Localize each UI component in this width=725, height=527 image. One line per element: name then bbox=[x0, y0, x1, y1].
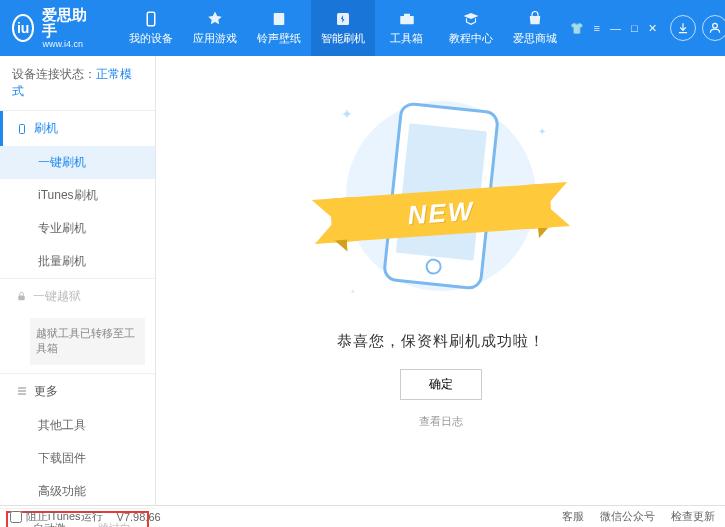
ok-button[interactable]: 确定 bbox=[400, 369, 482, 400]
section-more[interactable]: 更多 bbox=[0, 374, 155, 409]
sidebar-item-batch[interactable]: 批量刷机 bbox=[0, 245, 155, 278]
svg-rect-0 bbox=[147, 12, 155, 26]
svg-rect-6 bbox=[20, 124, 25, 133]
nav-flash[interactable]: 智能刷机 bbox=[311, 0, 375, 56]
apps-icon bbox=[205, 10, 225, 28]
update-link[interactable]: 检查更新 bbox=[671, 509, 715, 524]
nav-ringtones[interactable]: 铃声壁纸 bbox=[247, 0, 311, 56]
sidebar: 设备连接状态：正常模式 刷机 一键刷机 iTunes刷机 专业刷机 批量刷机 一… bbox=[0, 56, 156, 505]
app-url: www.i4.cn bbox=[42, 40, 88, 50]
svg-rect-7 bbox=[18, 296, 24, 301]
minimize-button[interactable]: — bbox=[607, 20, 624, 37]
top-nav: 我的设备 应用游戏 铃声壁纸 智能刷机 工具箱 教程中心 爱思商城 bbox=[119, 0, 567, 56]
nav-my-device[interactable]: 我的设备 bbox=[119, 0, 183, 56]
svg-rect-4 bbox=[404, 14, 410, 16]
main-content: ✦ ✦ + NEW 恭喜您，保资料刷机成功啦！ 确定 查看日志 bbox=[156, 56, 725, 505]
ribbon-text: NEW bbox=[406, 195, 475, 231]
sidebar-item-firmware[interactable]: 下载固件 bbox=[0, 442, 155, 475]
success-illustration: ✦ ✦ + NEW bbox=[356, 96, 526, 306]
logo-icon: iu bbox=[12, 14, 34, 42]
device-icon bbox=[141, 10, 161, 28]
toolbox-icon bbox=[397, 10, 417, 28]
menu-icon bbox=[16, 385, 28, 397]
wechat-link[interactable]: 微信公众号 bbox=[600, 509, 655, 524]
support-link[interactable]: 客服 bbox=[562, 509, 584, 524]
jailbreak-note: 越狱工具已转移至工具箱 bbox=[30, 318, 145, 365]
store-icon bbox=[525, 10, 545, 28]
phone-icon bbox=[16, 123, 28, 135]
sidebar-item-advanced[interactable]: 高级功能 bbox=[0, 475, 155, 508]
lock-icon bbox=[16, 291, 27, 302]
sidebar-item-other[interactable]: 其他工具 bbox=[0, 409, 155, 442]
device-status: 设备连接状态：正常模式 bbox=[0, 56, 155, 111]
flash-icon bbox=[333, 10, 353, 28]
window-controls: 👕 ≡ — □ ✕ bbox=[567, 20, 660, 37]
svg-rect-3 bbox=[400, 16, 414, 24]
block-itunes-checkbox[interactable]: 阻止iTunes运行 bbox=[10, 509, 103, 524]
nav-apps[interactable]: 应用游戏 bbox=[183, 0, 247, 56]
close-button[interactable]: ✕ bbox=[645, 20, 660, 37]
nav-toolbox[interactable]: 工具箱 bbox=[375, 0, 439, 56]
skin-button[interactable]: 👕 bbox=[567, 20, 587, 37]
nav-tutorials[interactable]: 教程中心 bbox=[439, 0, 503, 56]
menu-button[interactable]: ≡ bbox=[591, 20, 603, 37]
section-flash[interactable]: 刷机 bbox=[0, 111, 155, 146]
download-button[interactable] bbox=[670, 15, 696, 41]
tutorial-icon bbox=[461, 10, 481, 28]
svg-point-5 bbox=[712, 23, 717, 28]
maximize-button[interactable]: □ bbox=[628, 20, 641, 37]
success-message: 恭喜您，保资料刷机成功啦！ bbox=[337, 332, 545, 351]
section-jailbreak: 一键越狱 bbox=[0, 279, 155, 314]
ringtone-icon bbox=[269, 10, 289, 28]
svg-rect-1 bbox=[273, 13, 284, 25]
app-title: 爱思助手 bbox=[42, 7, 88, 40]
nav-store[interactable]: 爱思商城 bbox=[503, 0, 567, 56]
user-button[interactable] bbox=[702, 15, 725, 41]
sidebar-item-pro[interactable]: 专业刷机 bbox=[0, 212, 155, 245]
sidebar-item-itunes[interactable]: iTunes刷机 bbox=[0, 179, 155, 212]
sidebar-item-oneclick[interactable]: 一键刷机 bbox=[0, 146, 155, 179]
view-log-link[interactable]: 查看日志 bbox=[419, 414, 463, 429]
app-logo: iu 爱思助手 www.i4.cn bbox=[12, 7, 89, 50]
version-label: V7.98.66 bbox=[117, 511, 161, 523]
